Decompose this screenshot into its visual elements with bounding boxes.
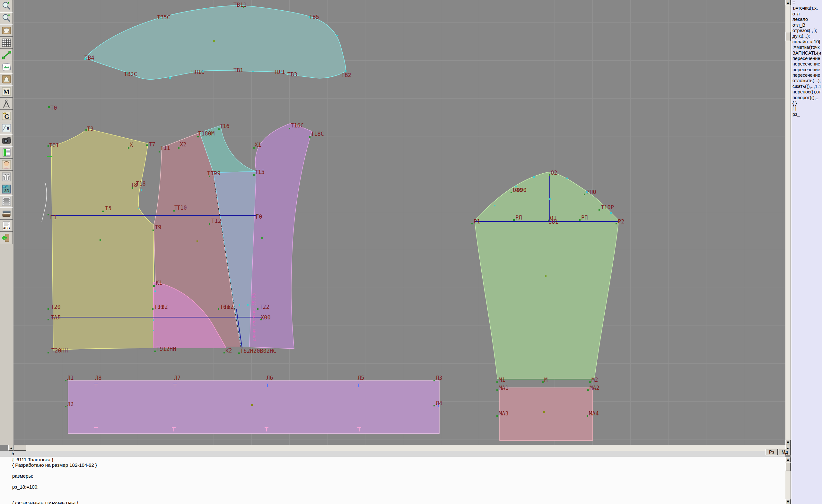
svg-text:Г0: Г0 [256,213,262,220]
code-line[interactable]: { ОСНОВНЫЕ ПАРАМЕТРЫ } [0,500,785,504]
function-list-item[interactable]: сплайн_к[10] [792,39,822,45]
piece-hood[interactable] [85,5,346,79]
function-list-item[interactable]: пересечение [792,56,822,61]
editor-vertical-scroll-thumb[interactable] [785,463,791,471]
portrait-icon [1,159,12,170]
svg-text:Т912НН: Т912НН [156,346,176,352]
function-list-item[interactable]: перенос((),от [792,89,822,95]
function-list-item[interactable]: рз_ [792,112,822,117]
function-list-item[interactable]: пересечение [792,61,822,67]
photo-button[interactable] [0,134,13,146]
canvas-vertical-scrollbar[interactable] [785,5,791,440]
measurements-button[interactable]: M [0,85,13,98]
sketch-button[interactable] [0,24,13,37]
function-list-item[interactable]: отл [792,11,822,17]
exit-icon [1,233,12,243]
svg-text:Т18С: Т18С [311,131,324,137]
editor-line-number-row[interactable]: 5 [0,451,785,457]
zoom-out-icon [1,13,12,23]
svg-text:МА1: МА1 [499,385,509,391]
function-list-item[interactable]: { } [792,100,822,106]
rz-button[interactable]: Рз [766,449,778,455]
camera-icon [1,135,12,145]
pattern-button[interactable] [0,73,13,85]
piece-band[interactable] [68,381,439,433]
image-button[interactable] [0,61,13,73]
svg-text:Т62: Т62 [224,304,234,310]
code-line[interactable]: { 6111 Толстовка } [0,457,785,462]
function-list-item[interactable]: = [792,0,822,5]
svg-text:ТВ3: ТВ3 [287,71,297,78]
svg-text:Л3: Л3 [436,375,442,381]
letter-m-icon: M [1,86,12,97]
code-line[interactable]: размеры; [0,473,785,479]
code-line[interactable] [0,490,785,495]
piece-cuff[interactable] [500,388,593,440]
function-list-item[interactable]: пересечение [792,67,822,73]
portrait-button[interactable] [0,158,13,171]
function-list-item[interactable]: ЗАПИСАТЬ(и [792,50,822,56]
canvas-scroll-down-button[interactable]: ▼ [785,440,791,445]
books-button[interactable] [0,207,13,219]
svg-text:Т10Р: Т10Р [601,204,614,210]
piece-sleeve[interactable] [475,172,619,379]
piece-front-side[interactable] [250,123,312,349]
alg-button[interactable]: ALG [0,219,13,232]
svg-text:М: М [544,377,547,383]
code-line[interactable] [0,479,785,484]
grid-button[interactable] [0,37,13,49]
function-list-item[interactable]: т.=точка(т.х, [792,5,822,11]
function-list-item[interactable]: :=метка(точк [792,45,822,50]
grading-button[interactable]: G [0,110,13,122]
canvas-vertical-scroll-thumb[interactable] [785,32,791,41]
canvas-horizontal-scrollbar[interactable] [8,445,785,451]
function-list-panel: = т.=точка(т.х, отл лекало отл_В отрезок… [791,0,822,504]
svg-text:МА2: МА2 [589,385,599,391]
svg-text:Т20НН: Т20НН [51,347,68,354]
svg-text:ТВ11: ТВ11 [234,2,247,8]
editor-scroll-up-button[interactable]: ▲ [785,457,791,462]
function-list-item[interactable]: [ ] [792,106,822,111]
function-list-item[interactable]: лекало [792,17,822,22]
compass-button[interactable] [0,98,13,110]
zoom-in-button[interactable] [0,0,13,12]
grid-icon [1,38,12,48]
svg-text:Т9: Т9 [155,224,161,230]
function-list-item[interactable]: сжать((),..,1.1 [792,84,822,89]
garment-icon [1,172,12,182]
code-line[interactable] [0,468,785,473]
zoom-out-button[interactable] [0,12,13,24]
pattern-icon [1,74,12,84]
editor-scroll-down-button[interactable]: ▼ [785,499,791,504]
function-list-item[interactable]: дуга(...); [792,33,822,39]
svg-text:РП: РП [581,214,587,221]
ruler-button[interactable]: 8 [0,122,13,134]
function-list-item[interactable]: пересечение [792,73,822,78]
scroll-up-icon: ▲ [787,458,789,461]
table-button[interactable] [0,146,13,158]
function-list-item[interactable]: поворот((),... [792,95,822,100]
function-list-item[interactable]: отложить(...); [792,78,822,83]
canvas-horizontal-scroll-thumb[interactable] [13,445,26,451]
script-editor[interactable]: 5 { 6111 Толстовка } { Разработано на ра… [0,451,785,504]
function-list-item[interactable]: отрезок( , ); [792,28,822,33]
function-list-item[interactable]: отл_В [792,22,822,28]
exit-button[interactable] [0,232,13,244]
garment-button[interactable] [0,171,13,183]
code-line[interactable]: рз_18:=100; [0,484,785,490]
3d-button[interactable]: 3D [0,183,13,195]
svg-text:К1: К1 [156,280,162,286]
svg-text:К2: К2 [226,347,232,354]
code-line[interactable] [0,495,785,500]
md-button[interactable]: Мд [779,449,791,455]
script-button[interactable] [0,195,13,207]
canvas-scroll-up-button[interactable]: ▲ [785,0,791,5]
svg-text:МА4: МА4 [589,410,599,417]
pattern-canvas[interactable]: ТВ11 ТВ5С ТВ5 ТВ4 ТВ2С ПЛ1С ТВ1 ПЛ1 ТВ3 … [13,0,785,445]
svg-text:Л5: Л5 [358,375,364,381]
svg-text:3D: 3D [4,188,10,193]
canvas-scroll-left-button[interactable]: ◄ [8,445,13,451]
segment-button[interactable] [0,49,13,61]
code-line[interactable]: { Разработано на размер 182-104-92 } [0,462,785,468]
alg-icon: ALG [1,220,12,231]
